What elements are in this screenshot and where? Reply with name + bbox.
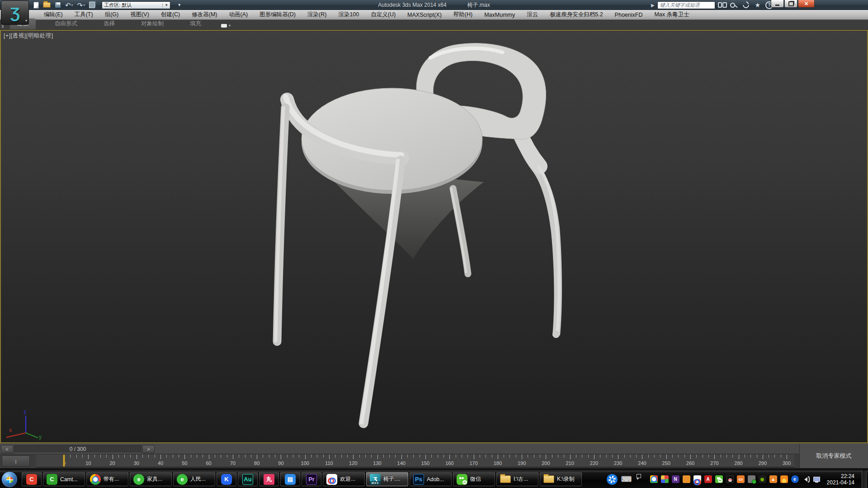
start-button[interactable] xyxy=(1,471,18,488)
ruler-tick xyxy=(371,455,372,458)
taskbar-button-wechat[interactable]: 微信 xyxy=(453,472,495,486)
menu-item[interactable]: MaxMummy xyxy=(478,10,521,19)
application-menu-button[interactable]: Ʒ ▾ xyxy=(1,0,29,25)
menu-item[interactable]: 渲染100 xyxy=(332,9,365,20)
menu-item[interactable]: 渲云 xyxy=(521,9,544,20)
clip-tool-tray-icon[interactable]: N xyxy=(672,475,679,483)
axis-z-label: z xyxy=(24,409,26,415)
menu-item[interactable]: Max 杀毒卫士 xyxy=(648,9,695,20)
screen-recorder-icon[interactable] xyxy=(607,474,618,485)
ruler-tick xyxy=(774,455,775,458)
taskbar-button-audition[interactable]: Au xyxy=(238,472,258,486)
undo-button[interactable]: ↶▾ xyxy=(65,1,73,9)
current-frame-marker[interactable] xyxy=(63,455,65,467)
sign-in-key-icon[interactable] xyxy=(730,1,739,9)
favorites-star-icon[interactable]: ★ xyxy=(753,1,762,9)
taskbar-button-video-clip[interactable]: ▤ xyxy=(280,472,300,486)
ribbon-tab[interactable]: 填充 xyxy=(183,19,208,29)
open-file-icon[interactable] xyxy=(43,2,51,8)
ruler-tick xyxy=(100,455,101,458)
wechat-tray-icon[interactable] xyxy=(715,475,723,483)
taskbar-button-folder-k[interactable]: K:\录制 xyxy=(540,472,582,486)
taskbar-button-360-browser-people[interactable]: e人民... xyxy=(173,472,215,486)
usb-eject-tray-icon[interactable] xyxy=(748,475,755,483)
chair-model[interactable] xyxy=(276,43,562,423)
taskbar-button-camtasia[interactable]: CCamt... xyxy=(43,472,85,486)
open-mini-curve-editor-button[interactable]: ↕ xyxy=(2,455,30,467)
taskbar-button-3dsmax[interactable]: Ʒ椅子.... xyxy=(366,472,408,486)
search-icon[interactable] xyxy=(718,1,727,9)
project-toolbar-icon[interactable] xyxy=(89,2,95,8)
menu-item[interactable]: 图形编辑器(D) xyxy=(254,9,302,20)
usb-drive-tray-icon[interactable] xyxy=(683,475,690,483)
ruler-tick xyxy=(666,455,667,459)
tray-expand-icon[interactable] xyxy=(636,474,646,485)
taskbar-button-k-video[interactable]: K xyxy=(217,472,236,486)
netdisk-tray-icon[interactable] xyxy=(693,475,701,483)
previous-frame-button[interactable]: < xyxy=(1,445,13,453)
restore-button[interactable] xyxy=(784,0,797,8)
browser-window-tray-icon[interactable]: ▭ xyxy=(737,475,745,483)
menu-item[interactable]: 极速瘦身安全归档5.2 xyxy=(544,9,609,20)
ribbon-tab[interactable]: 选择 xyxy=(96,19,122,29)
ribbon-tab[interactable]: 自由形式 xyxy=(47,19,85,29)
workspace-dropdown[interactable]: 工作区: 默认 ▼ xyxy=(102,1,170,9)
communication-center-icon[interactable] xyxy=(741,1,750,9)
cancel-expert-mode-button[interactable]: 取消专家模式 xyxy=(799,443,868,468)
ribbon-tab[interactable]: 对象绘制 xyxy=(134,19,171,29)
pdf-tray-icon[interactable]: A xyxy=(704,475,712,483)
close-button[interactable]: ✕ xyxy=(798,0,815,8)
collapse-arrow-icon[interactable]: ▶ xyxy=(651,3,655,8)
nvidia-tray-icon[interactable]: ◉ xyxy=(759,475,766,483)
taskbar-button-label: 椅子.... xyxy=(383,475,400,483)
pinwheel-tray-icon[interactable] xyxy=(661,475,669,483)
menu-item[interactable]: PhoenixFD xyxy=(609,10,649,19)
menu-item[interactable]: MAXScript(X) xyxy=(401,10,448,19)
ruler-tick xyxy=(118,455,119,458)
taskbar-button-360-browser-furniture[interactable]: e家具... xyxy=(130,472,172,486)
taskbar-button-premiere[interactable]: Pr xyxy=(302,472,321,486)
next-frame-button[interactable]: > xyxy=(142,445,155,453)
new-file-icon[interactable] xyxy=(33,2,39,9)
viewport-label[interactable]: [+][透视][明暗处理] xyxy=(4,32,53,40)
menu-item[interactable]: 动画(A) xyxy=(223,9,254,20)
ruler-tick xyxy=(757,455,757,458)
menu-item[interactable]: 帮助(H) xyxy=(448,9,478,20)
taskbar-button-baidu-netdisk[interactable]: 欢迎... xyxy=(323,472,365,486)
e-browser-tray-icon[interactable]: e xyxy=(791,475,799,483)
ruler-tick xyxy=(76,455,77,458)
volume-tray-icon[interactable] xyxy=(802,475,810,483)
ruler-tick xyxy=(281,455,281,459)
ruler-tick xyxy=(287,455,288,458)
toolbar-flyout-button[interactable]: ▼ xyxy=(177,3,181,7)
taskbar-button-photoshop[interactable]: PsAdob... xyxy=(410,472,452,486)
menu-item[interactable]: 自定义(U) xyxy=(365,9,401,20)
perspective-viewport[interactable]: [+][透视][明暗处理] xyxy=(0,30,868,443)
taskbar-clock[interactable]: 22:24 2021-04-14 xyxy=(827,473,854,486)
touch-keyboard-icon[interactable]: ⌨ xyxy=(621,474,632,485)
save-file-icon[interactable] xyxy=(55,2,61,8)
qq-tray-icon[interactable] xyxy=(726,475,734,483)
viewport-canvas[interactable]: z x y xyxy=(1,31,867,442)
taskbar-button-camtasia-red[interactable]: C xyxy=(22,472,42,486)
chrome-tray-icon[interactable] xyxy=(650,475,658,483)
search-input[interactable] xyxy=(657,1,715,9)
menu-item[interactable]: 渲染(R) xyxy=(302,9,332,20)
ribbon-minimize-button[interactable]: ▾ xyxy=(221,23,231,28)
track-bar-ruler[interactable]: 0102030405060708090100110120130140150160… xyxy=(36,455,794,468)
ruler-tick xyxy=(317,455,317,458)
ruler-frame-label: 120 xyxy=(349,460,357,466)
chevron-down-icon: ▾ xyxy=(83,3,85,7)
ruler-tick xyxy=(227,455,227,458)
show-desktop-button[interactable] xyxy=(862,470,867,488)
photo-viewer-tray-icon[interactable]: ▲ xyxy=(769,475,777,483)
minimize-button[interactable] xyxy=(771,0,784,8)
taskbar-button-wanzi[interactable]: 丸 xyxy=(259,472,279,486)
network-tray-icon[interactable] xyxy=(813,475,821,483)
redo-button[interactable]: ↷▾ xyxy=(77,1,85,9)
taskbar-button-chrome[interactable]: 带有... xyxy=(86,472,128,486)
security-flame-tray-icon[interactable] xyxy=(780,475,788,483)
taskbar-button-folder-i[interactable]: I:\古... xyxy=(496,472,538,486)
ruler-tick xyxy=(130,455,131,458)
time-slider[interactable]: 0 / 300 xyxy=(14,445,142,453)
